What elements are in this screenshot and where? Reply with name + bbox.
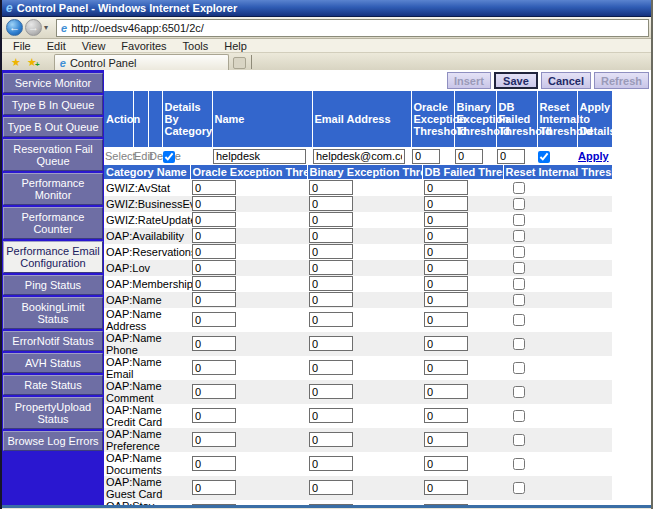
binary-threshold-input[interactable] xyxy=(309,196,353,211)
reset-internal-checkbox[interactable] xyxy=(513,230,525,242)
binary-threshold-input[interactable] xyxy=(309,244,353,259)
reset-internal-checkbox[interactable] xyxy=(513,410,525,422)
address-bar[interactable]: e http://oedsv46app:6501/2c/ xyxy=(56,19,649,37)
oracle-threshold-input[interactable] xyxy=(192,212,236,227)
apply-link[interactable]: Apply xyxy=(578,150,609,162)
oracle-threshold-field[interactable] xyxy=(412,149,440,164)
db-failed-threshold-input[interactable] xyxy=(424,292,468,307)
oracle-threshold-input[interactable] xyxy=(192,408,236,423)
tab-control-panel[interactable]: e Control Panel xyxy=(54,54,229,70)
binary-threshold-input[interactable] xyxy=(309,408,353,423)
db-failed-threshold-input[interactable] xyxy=(424,260,468,275)
db-failed-threshold-input[interactable] xyxy=(424,196,468,211)
binary-threshold-input[interactable] xyxy=(309,292,353,307)
oracle-threshold-input[interactable] xyxy=(192,480,236,495)
reset-internal-checkbox[interactable] xyxy=(513,458,525,470)
sidebar-item[interactable]: ErrorNotif Status xyxy=(3,331,103,351)
oracle-threshold-input[interactable] xyxy=(192,260,236,275)
reset-internal-checkbox[interactable] xyxy=(513,294,525,306)
menu-item[interactable]: Help xyxy=(217,40,254,52)
oracle-threshold-input[interactable] xyxy=(192,244,236,259)
binary-threshold-input[interactable] xyxy=(309,360,353,375)
reset-internal-checkbox[interactable] xyxy=(513,182,525,194)
reset-internal-checkbox[interactable] xyxy=(513,278,525,290)
db-failed-threshold-input[interactable] xyxy=(424,276,468,291)
favorites-star-icon[interactable]: ★ xyxy=(11,56,21,69)
oracle-threshold-input[interactable] xyxy=(192,292,236,307)
toolbar-button[interactable]: Insert xyxy=(447,72,491,89)
menu-item[interactable]: View xyxy=(75,40,113,52)
sidebar-item[interactable]: Rate Status xyxy=(3,375,103,395)
details-by-category-checkbox[interactable] xyxy=(163,151,175,163)
select-link[interactable]: Select xyxy=(105,150,136,162)
binary-threshold-input[interactable] xyxy=(309,212,353,227)
sidebar-item[interactable]: Type B In Queue xyxy=(3,95,103,115)
binary-threshold-field[interactable] xyxy=(455,149,483,164)
db-failed-threshold-input[interactable] xyxy=(424,480,468,495)
reset-internal-checkbox[interactable] xyxy=(513,314,525,326)
db-failed-threshold-input[interactable] xyxy=(424,456,468,471)
oracle-threshold-input[interactable] xyxy=(192,360,236,375)
toolbar-button[interactable]: Refresh xyxy=(594,72,649,89)
db-failed-threshold-input[interactable] xyxy=(424,408,468,423)
reset-internal-checkbox[interactable] xyxy=(513,198,525,210)
toolbar-button[interactable]: Cancel xyxy=(541,72,591,89)
email-field[interactable] xyxy=(313,149,405,164)
menu-item[interactable]: Edit xyxy=(40,40,73,52)
reset-internal-checkbox[interactable] xyxy=(513,246,525,258)
menu-item[interactable]: File xyxy=(6,40,38,52)
sidebar-item[interactable]: Performance Monitor xyxy=(3,173,103,205)
reset-internal-checkbox[interactable] xyxy=(538,151,550,163)
db-failed-threshold-input[interactable] xyxy=(424,312,468,327)
db-failed-threshold-input[interactable] xyxy=(424,180,468,195)
db-failed-threshold-input[interactable] xyxy=(424,244,468,259)
sidebar-item[interactable]: PropertyUpload Status xyxy=(3,397,103,429)
reset-internal-checkbox[interactable] xyxy=(513,338,525,350)
reset-internal-checkbox[interactable] xyxy=(513,362,525,374)
oracle-threshold-input[interactable] xyxy=(192,180,236,195)
oracle-threshold-input[interactable] xyxy=(192,196,236,211)
binary-threshold-input[interactable] xyxy=(309,384,353,399)
binary-threshold-input[interactable] xyxy=(309,228,353,243)
back-button[interactable]: ← xyxy=(6,19,23,36)
forward-button[interactable]: → xyxy=(25,19,42,36)
oracle-threshold-input[interactable] xyxy=(192,432,236,447)
new-tab-button[interactable] xyxy=(233,57,246,69)
menu-item[interactable]: Favorites xyxy=(114,40,173,52)
add-favorite-icon[interactable]: ★+ xyxy=(27,56,37,69)
db-failed-threshold-input[interactable] xyxy=(424,360,468,375)
db-failed-threshold-input[interactable] xyxy=(424,432,468,447)
reset-internal-checkbox[interactable] xyxy=(513,214,525,226)
sidebar-item[interactable]: BookingLimit Status xyxy=(3,297,103,329)
sidebar-item[interactable]: Browse Log Errors xyxy=(3,431,103,451)
toolbar-button[interactable]: Save xyxy=(494,72,538,89)
binary-threshold-input[interactable] xyxy=(309,336,353,351)
reset-internal-checkbox[interactable] xyxy=(513,262,525,274)
db-failed-threshold-input[interactable] xyxy=(424,212,468,227)
reset-internal-checkbox[interactable] xyxy=(513,386,525,398)
binary-threshold-input[interactable] xyxy=(309,312,353,327)
name-field[interactable] xyxy=(213,149,306,164)
binary-threshold-input[interactable] xyxy=(309,276,353,291)
sidebar-item[interactable]: AVH Status xyxy=(3,353,103,373)
menu-item[interactable]: Tools xyxy=(176,40,216,52)
db-failed-threshold-input[interactable] xyxy=(424,384,468,399)
binary-threshold-input[interactable] xyxy=(309,432,353,447)
oracle-threshold-input[interactable] xyxy=(192,384,236,399)
oracle-threshold-input[interactable] xyxy=(192,276,236,291)
binary-threshold-input[interactable] xyxy=(309,260,353,275)
sidebar-item[interactable]: Performance Email Configuration xyxy=(3,241,103,273)
history-dropdown-icon[interactable]: ▾ xyxy=(44,23,54,32)
reset-internal-checkbox[interactable] xyxy=(513,434,525,446)
oracle-threshold-input[interactable] xyxy=(192,228,236,243)
db-failed-threshold-input[interactable] xyxy=(424,228,468,243)
oracle-threshold-input[interactable] xyxy=(192,456,236,471)
oracle-threshold-input[interactable] xyxy=(192,312,236,327)
sidebar-item[interactable]: Performance Counter xyxy=(3,207,103,239)
binary-threshold-input[interactable] xyxy=(309,180,353,195)
sidebar-item[interactable]: Ping Status xyxy=(3,275,103,295)
db-failed-threshold-input[interactable] xyxy=(424,336,468,351)
db-failed-threshold-field[interactable] xyxy=(497,149,525,164)
oracle-threshold-input[interactable] xyxy=(192,336,236,351)
sidebar-item[interactable]: Service Monitor xyxy=(3,73,103,93)
